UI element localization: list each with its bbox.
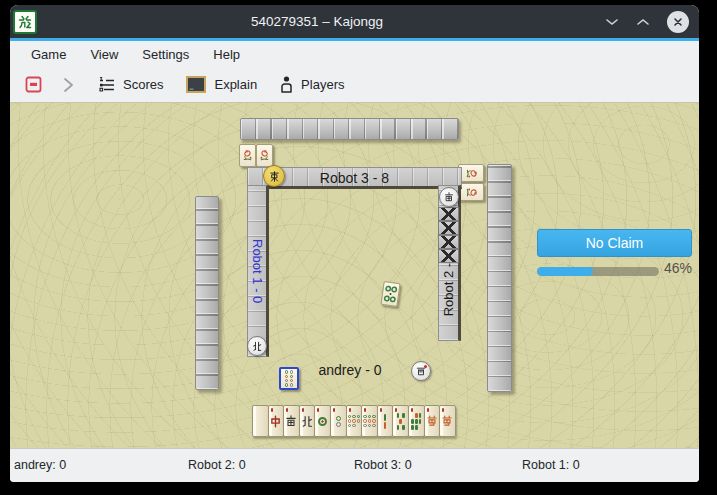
status-robot2: Robot 2: 0 (188, 458, 246, 472)
menu-game[interactable]: Game (19, 47, 78, 62)
hand-tile-north-wind[interactable] (299, 405, 316, 437)
left-wall-label-bar: Robot 1 - 0 (247, 185, 269, 357)
titlebar[interactable]: 540279351 – Kajongg (10, 5, 699, 38)
player-hand (252, 405, 455, 437)
andrey-label: andrey - 0 (270, 362, 430, 378)
crossed-tile (438, 207, 459, 221)
hand-tile-character[interactable] (439, 405, 456, 437)
game-table: Robot 3 - 8 Robot 1 - 0 Robot 2 - 8 (10, 102, 699, 448)
menu-settings[interactable]: Settings (130, 47, 201, 62)
hand-tile-1-dot[interactable] (314, 405, 331, 437)
scores-button[interactable]: Scores (97, 76, 163, 94)
statusbar: andrey: 0 Robot 2: 0 Robot 3: 0 Robot 1:… (10, 448, 699, 482)
crossed-tile (438, 221, 459, 235)
no-claim-button[interactable]: No Claim (537, 229, 692, 257)
hand-tile-2-dots[interactable] (330, 405, 347, 437)
menubar: Game View Settings Help (10, 41, 699, 67)
robot3-exposed-tiles (239, 144, 273, 167)
explain-label: Explain (214, 77, 257, 92)
status-robot3: Robot 3: 0 (354, 458, 412, 472)
wind-marker-east (263, 165, 285, 187)
center-four-dots-tile (380, 281, 400, 307)
claim-timeout-progressbar (537, 267, 659, 276)
scores-label: Scores (123, 77, 163, 92)
step-forward-button[interactable] (61, 77, 75, 93)
robot1-label: Robot 1 - 0 (250, 239, 265, 303)
players-button[interactable]: Players (279, 75, 344, 94)
bonus-flower-tile (256, 144, 273, 167)
hand-tile-9-dots[interactable] (361, 405, 378, 437)
player-icon (279, 75, 294, 94)
close-icon (673, 17, 683, 27)
minimize-icon[interactable] (605, 17, 619, 27)
hand-tile-south-wind[interactable] (283, 405, 300, 437)
wind-marker-north (247, 336, 267, 356)
hand-tile-5-bamboo[interactable] (392, 405, 409, 437)
blackboard-icon (185, 75, 207, 94)
close-button[interactable] (667, 11, 689, 33)
crossed-tile (438, 235, 459, 249)
bonus-flower-tile (239, 144, 256, 167)
toolbar: Scores Explain Players (10, 67, 699, 102)
green-dragon-icon (17, 14, 33, 30)
status-andrey: andrey: 0 (14, 458, 66, 472)
scores-list-icon (97, 76, 116, 94)
window-title: 540279351 – Kajongg (37, 14, 597, 29)
progress-percent-label: 46% (664, 260, 692, 276)
hand-tile-7-bamboo[interactable] (408, 405, 425, 437)
kajongg-app-icon (13, 10, 37, 34)
right-wall-label-bar: Robot 2 - 8 (438, 185, 461, 341)
robot2-concealed-kong (438, 207, 459, 263)
wind-marker-south (439, 187, 459, 207)
kajongg-window: 540279351 – Kajongg Game View Settin (10, 5, 699, 482)
hand-tile-character[interactable] (424, 405, 441, 437)
menu-view[interactable]: View (78, 47, 130, 62)
menu-help[interactable]: Help (201, 47, 252, 62)
progress-fill (537, 267, 593, 276)
hand-tile-red-dragon[interactable] (268, 405, 285, 437)
north-wind-icon (252, 341, 262, 351)
desktop-background: 540279351 – Kajongg Game View Settin (0, 0, 717, 495)
right-wall (487, 164, 512, 392)
demo-mode-button[interactable] (24, 75, 43, 94)
top-wall (240, 118, 459, 140)
hand-tile-white-dragon[interactable] (252, 405, 269, 437)
south-wind-icon (444, 192, 454, 202)
step-forward-icon (61, 77, 75, 93)
hand-tile-8-dots[interactable] (346, 405, 363, 437)
explain-button[interactable]: Explain (185, 75, 257, 94)
east-wind-icon (269, 171, 280, 182)
demo-mode-icon (24, 75, 43, 94)
crossed-tile (438, 249, 459, 263)
maximize-icon[interactable] (636, 17, 650, 27)
hand-tile-2-bamboo[interactable] (377, 405, 394, 437)
players-label: Players (301, 77, 344, 92)
left-wall (195, 196, 219, 390)
status-robot1: Robot 1: 0 (522, 458, 580, 472)
